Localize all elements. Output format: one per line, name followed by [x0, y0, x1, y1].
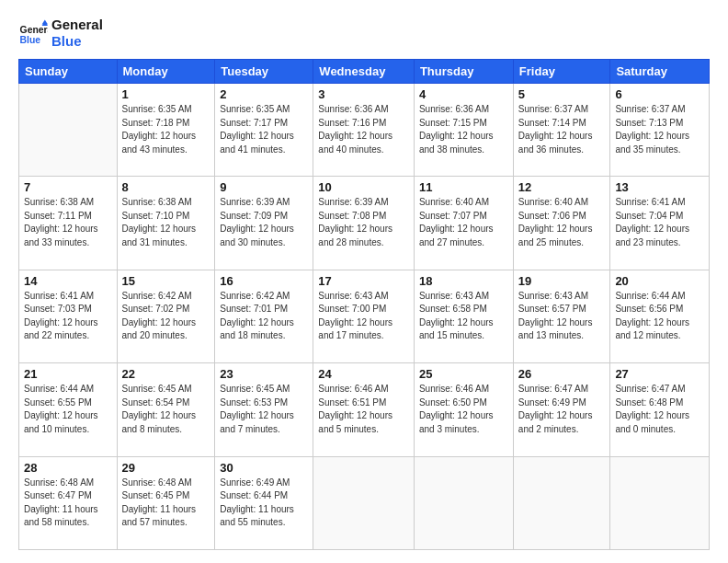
- day-info: Sunrise: 6:49 AM Sunset: 6:44 PM Dayligh…: [220, 477, 308, 530]
- day-number: 19: [518, 274, 606, 288]
- calendar-cell: 13Sunrise: 6:41 AM Sunset: 7:04 PM Dayli…: [610, 177, 710, 270]
- day-info: Sunrise: 6:36 AM Sunset: 7:15 PM Dayligh…: [419, 103, 508, 156]
- weekday-thursday: Thursday: [414, 60, 513, 84]
- calendar-cell: 29Sunrise: 6:48 AM Sunset: 6:45 PM Dayli…: [117, 456, 215, 549]
- day-info: Sunrise: 6:45 AM Sunset: 6:53 PM Dayligh…: [220, 383, 308, 436]
- calendar-cell: 23Sunrise: 6:45 AM Sunset: 6:53 PM Dayli…: [215, 363, 313, 456]
- day-number: 5: [518, 87, 606, 101]
- week-row-4: 21Sunrise: 6:44 AM Sunset: 6:55 PM Dayli…: [19, 363, 710, 456]
- day-info: Sunrise: 6:40 AM Sunset: 7:06 PM Dayligh…: [518, 196, 606, 249]
- day-info: Sunrise: 6:45 AM Sunset: 6:54 PM Dayligh…: [122, 383, 210, 436]
- day-number: 20: [615, 274, 704, 288]
- svg-text:Blue: Blue: [20, 35, 41, 45]
- day-info: Sunrise: 6:39 AM Sunset: 7:08 PM Dayligh…: [318, 196, 409, 249]
- day-number: 29: [122, 461, 210, 475]
- day-info: Sunrise: 6:48 AM Sunset: 6:47 PM Dayligh…: [24, 477, 112, 530]
- day-number: 12: [518, 180, 606, 194]
- day-info: Sunrise: 6:39 AM Sunset: 7:09 PM Dayligh…: [220, 196, 308, 249]
- calendar-cell: [313, 456, 415, 549]
- week-row-5: 28Sunrise: 6:48 AM Sunset: 6:47 PM Dayli…: [19, 456, 710, 549]
- day-number: 1: [122, 87, 210, 101]
- calendar-cell: [513, 456, 610, 549]
- day-info: Sunrise: 6:46 AM Sunset: 6:50 PM Dayligh…: [419, 383, 508, 436]
- day-info: Sunrise: 6:37 AM Sunset: 7:13 PM Dayligh…: [615, 103, 704, 156]
- weekday-wednesday: Wednesday: [313, 60, 415, 84]
- day-number: 22: [122, 367, 210, 381]
- week-row-3: 14Sunrise: 6:41 AM Sunset: 7:03 PM Dayli…: [19, 270, 710, 362]
- day-number: 25: [419, 367, 508, 381]
- logo-general: General: [51, 17, 103, 33]
- day-info: Sunrise: 6:42 AM Sunset: 7:01 PM Dayligh…: [220, 290, 308, 343]
- weekday-monday: Monday: [117, 60, 215, 84]
- calendar-cell: 4Sunrise: 6:36 AM Sunset: 7:15 PM Daylig…: [414, 84, 513, 177]
- weekday-friday: Friday: [513, 60, 610, 84]
- day-info: Sunrise: 6:43 AM Sunset: 7:00 PM Dayligh…: [318, 290, 409, 343]
- day-number: 2: [220, 87, 308, 101]
- calendar-table: SundayMondayTuesdayWednesdayThursdayFrid…: [18, 59, 710, 550]
- day-info: Sunrise: 6:40 AM Sunset: 7:07 PM Dayligh…: [419, 196, 508, 249]
- day-info: Sunrise: 6:43 AM Sunset: 6:57 PM Dayligh…: [518, 290, 606, 343]
- day-info: Sunrise: 6:37 AM Sunset: 7:14 PM Dayligh…: [518, 103, 606, 156]
- day-info: Sunrise: 6:36 AM Sunset: 7:16 PM Dayligh…: [318, 103, 409, 156]
- calendar-cell: 30Sunrise: 6:49 AM Sunset: 6:44 PM Dayli…: [215, 456, 313, 549]
- calendar-cell: 27Sunrise: 6:47 AM Sunset: 6:48 PM Dayli…: [610, 363, 710, 456]
- day-number: 10: [318, 180, 409, 194]
- day-info: Sunrise: 6:48 AM Sunset: 6:45 PM Dayligh…: [122, 477, 210, 530]
- logo: General Blue General Blue: [18, 17, 103, 50]
- calendar-cell: 8Sunrise: 6:38 AM Sunset: 7:10 PM Daylig…: [117, 177, 215, 270]
- calendar-cell: 28Sunrise: 6:48 AM Sunset: 6:47 PM Dayli…: [19, 456, 118, 549]
- day-info: Sunrise: 6:47 AM Sunset: 6:49 PM Dayligh…: [518, 383, 606, 436]
- calendar-cell: 3Sunrise: 6:36 AM Sunset: 7:16 PM Daylig…: [313, 84, 415, 177]
- day-info: Sunrise: 6:35 AM Sunset: 7:18 PM Dayligh…: [122, 103, 210, 156]
- day-number: 23: [220, 367, 308, 381]
- day-number: 24: [318, 367, 409, 381]
- calendar-cell: [19, 84, 118, 177]
- calendar-cell: 10Sunrise: 6:39 AM Sunset: 7:08 PM Dayli…: [313, 177, 415, 270]
- day-number: 17: [318, 274, 409, 288]
- day-number: 11: [419, 180, 508, 194]
- day-number: 14: [24, 274, 112, 288]
- day-info: Sunrise: 6:44 AM Sunset: 6:55 PM Dayligh…: [24, 383, 112, 436]
- day-info: Sunrise: 6:38 AM Sunset: 7:11 PM Dayligh…: [24, 196, 112, 249]
- weekday-saturday: Saturday: [610, 60, 710, 84]
- logo-icon: General Blue: [18, 18, 48, 48]
- day-number: 7: [24, 180, 112, 194]
- calendar-cell: 11Sunrise: 6:40 AM Sunset: 7:07 PM Dayli…: [414, 177, 513, 270]
- weekday-sunday: Sunday: [19, 60, 118, 84]
- weekday-tuesday: Tuesday: [215, 60, 313, 84]
- day-info: Sunrise: 6:43 AM Sunset: 6:58 PM Dayligh…: [419, 290, 508, 343]
- day-info: Sunrise: 6:41 AM Sunset: 7:03 PM Dayligh…: [24, 290, 112, 343]
- day-number: 9: [220, 180, 308, 194]
- calendar-cell: 1Sunrise: 6:35 AM Sunset: 7:18 PM Daylig…: [117, 84, 215, 177]
- weekday-header-row: SundayMondayTuesdayWednesdayThursdayFrid…: [19, 60, 710, 84]
- week-row-2: 7Sunrise: 6:38 AM Sunset: 7:11 PM Daylig…: [19, 177, 710, 270]
- calendar-cell: 17Sunrise: 6:43 AM Sunset: 7:00 PM Dayli…: [313, 270, 415, 362]
- svg-text:General: General: [20, 25, 48, 35]
- calendar-cell: 22Sunrise: 6:45 AM Sunset: 6:54 PM Dayli…: [117, 363, 215, 456]
- calendar-cell: 21Sunrise: 6:44 AM Sunset: 6:55 PM Dayli…: [19, 363, 118, 456]
- day-number: 15: [122, 274, 210, 288]
- calendar-cell: 12Sunrise: 6:40 AM Sunset: 7:06 PM Dayli…: [513, 177, 610, 270]
- header: General Blue General Blue: [18, 17, 710, 50]
- calendar-cell: 6Sunrise: 6:37 AM Sunset: 7:13 PM Daylig…: [610, 84, 710, 177]
- calendar-cell: 24Sunrise: 6:46 AM Sunset: 6:51 PM Dayli…: [313, 363, 415, 456]
- day-info: Sunrise: 6:46 AM Sunset: 6:51 PM Dayligh…: [318, 383, 409, 436]
- day-number: 28: [24, 461, 112, 475]
- logo-blue: Blue: [51, 33, 103, 50]
- day-number: 30: [220, 461, 308, 475]
- page: General Blue General Blue SundayMondayTu…: [0, 0, 728, 563]
- calendar-cell: 18Sunrise: 6:43 AM Sunset: 6:58 PM Dayli…: [414, 270, 513, 362]
- day-number: 18: [419, 274, 508, 288]
- calendar-cell: [610, 456, 710, 549]
- day-info: Sunrise: 6:42 AM Sunset: 7:02 PM Dayligh…: [122, 290, 210, 343]
- calendar-cell: 15Sunrise: 6:42 AM Sunset: 7:02 PM Dayli…: [117, 270, 215, 362]
- day-number: 26: [518, 367, 606, 381]
- day-info: Sunrise: 6:44 AM Sunset: 6:56 PM Dayligh…: [615, 290, 704, 343]
- calendar-cell: [414, 456, 513, 549]
- calendar-cell: 2Sunrise: 6:35 AM Sunset: 7:17 PM Daylig…: [215, 84, 313, 177]
- week-row-1: 1Sunrise: 6:35 AM Sunset: 7:18 PM Daylig…: [19, 84, 710, 177]
- day-number: 4: [419, 87, 508, 101]
- calendar-cell: 5Sunrise: 6:37 AM Sunset: 7:14 PM Daylig…: [513, 84, 610, 177]
- day-number: 13: [615, 180, 704, 194]
- calendar-cell: 7Sunrise: 6:38 AM Sunset: 7:11 PM Daylig…: [19, 177, 118, 270]
